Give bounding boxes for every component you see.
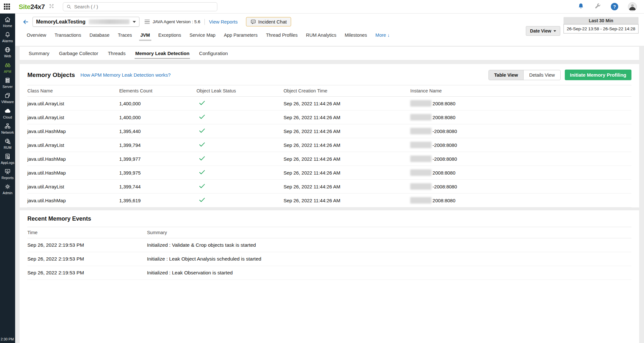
view-reports-link[interactable]: View Reports: [209, 19, 238, 24]
sidebar-item-applogs[interactable]: AppLogs: [0, 153, 15, 165]
monitor-header: MemoryLeakTesting JAVA Agent Version : 5…: [15, 14, 644, 46]
server-icon: [4, 77, 11, 84]
tab-more[interactable]: More ↓: [375, 33, 390, 38]
instance-name-cell: -2008:8080: [410, 142, 631, 148]
memory-leak-help-link[interactable]: How APM Memory Leak Detection works?: [80, 72, 171, 78]
redacted-instance-prefix: [410, 169, 431, 176]
memory-objects-card: Memory Objects How APM Memory Leak Detec…: [20, 64, 639, 207]
back-arrow-icon[interactable]: [22, 18, 29, 25]
subtab-memory-leak-detection[interactable]: Memory Leak Detection: [135, 51, 189, 56]
sidebar-item-label: Home: [3, 24, 12, 28]
column-header: Summary: [147, 230, 631, 235]
sidebar-item-label: Alarms: [2, 39, 13, 43]
sidebar-item-label: Network: [1, 130, 14, 134]
global-search[interactable]: [63, 2, 217, 11]
sidebar-item-home[interactable]: Home: [0, 16, 15, 28]
tab-overview[interactable]: Overview: [27, 33, 46, 38]
sidebar-item-label: VMware: [1, 100, 14, 104]
table-view-toggle[interactable]: Table View: [489, 70, 524, 80]
class-name-cell: java.util.HashMap: [27, 170, 119, 176]
elements-count-cell: 1,400,000: [119, 101, 196, 106]
wrench-icon[interactable]: [594, 3, 601, 11]
subtab-configuration[interactable]: Configuration: [199, 51, 228, 56]
logo-24x7: 24x7: [31, 3, 45, 10]
sidebar-item-alarms[interactable]: Alarms: [0, 31, 15, 43]
notifications-bell-icon[interactable]: [577, 3, 584, 11]
apps-grid-icon[interactable]: [4, 4, 10, 10]
subtab-threads[interactable]: Threads: [108, 51, 126, 56]
instance-name-cell: 2008:8080: [410, 169, 631, 176]
creation-time-cell: Sep 26, 2022 11:44:26 AM: [283, 170, 410, 176]
tab-exceptions[interactable]: Exceptions: [158, 33, 181, 38]
chat-icon: [251, 19, 256, 24]
tab-service-map[interactable]: Service Map: [190, 33, 216, 38]
creation-time-cell: Sep 26, 2022 11:44:26 AM: [283, 156, 410, 162]
sidebar-item-admin[interactable]: Admin: [0, 183, 15, 195]
monitor-select-dropdown[interactable]: MemoryLeakTesting: [33, 17, 139, 27]
sidebar-clock: 2:30 PM: [1, 337, 14, 341]
details-view-toggle[interactable]: Details View: [524, 70, 560, 80]
table-row[interactable]: java.util.ArrayList1,400,000Sep 26, 2022…: [27, 97, 631, 110]
table-row[interactable]: java.util.HashMap1,399,975Sep 26, 2022 1…: [27, 166, 631, 180]
event-row[interactable]: Sep 26, 2022 2:19:53 PMInitialize : Leak…: [27, 252, 631, 266]
instance-name-cell: -2008:8080: [410, 183, 631, 190]
search-icon: [66, 4, 71, 9]
sidebar-item-vmware[interactable]: VMware: [0, 92, 15, 104]
check-icon: [199, 115, 205, 120]
tab-database[interactable]: Database: [90, 33, 109, 38]
column-header: Elements Count: [119, 88, 196, 93]
sidebar-item-web[interactable]: Web: [0, 46, 15, 58]
tab-rum-analytics[interactable]: RUM Analytics: [306, 33, 336, 38]
home-icon: [4, 16, 11, 23]
tab-milestones[interactable]: Milestones: [345, 33, 367, 38]
tab-app-parameters[interactable]: App Parameters: [224, 33, 258, 38]
event-row[interactable]: Sep 26, 2022 2:19:53 PMInitialized : Val…: [27, 238, 631, 252]
time-range-field[interactable]: 26-Sep-22 13:58 - 26-Sep-22 14:28: [564, 24, 639, 33]
redacted-instance-prefix: [410, 183, 431, 190]
initiate-memory-profiling-button[interactable]: Initiate Memory Profiling: [565, 70, 631, 80]
monitor-name: MemoryLeakTesting: [36, 19, 86, 25]
leak-status-cell: [196, 100, 283, 106]
search-input[interactable]: [74, 4, 214, 9]
memory-objects-table-body: java.util.ArrayList1,400,000Sep 26, 2022…: [27, 97, 631, 207]
tab-transactions[interactable]: Transactions: [54, 33, 81, 38]
events-table-body: Sep 26, 2022 2:19:53 PMInitialized : Val…: [27, 238, 631, 280]
tab-traces[interactable]: Traces: [118, 33, 132, 38]
incident-chat-button[interactable]: Incident Chat: [246, 17, 291, 26]
sidebar-item-rum[interactable]: RUM: [0, 138, 15, 149]
elements-count-cell: 1,399,744: [119, 184, 196, 189]
sidebar-item-network[interactable]: Network: [0, 123, 15, 134]
expand-icon[interactable]: [49, 3, 54, 10]
sidebar-item-reports[interactable]: Reports: [0, 168, 15, 180]
event-row[interactable]: Sep 26, 2022 2:19:53 PMInitialized : Lea…: [27, 266, 631, 280]
sidebar-item-server[interactable]: Server: [0, 77, 15, 89]
creation-time-cell: Sep 26, 2022 11:44:26 AM: [283, 101, 410, 106]
subtab-garbage-collector[interactable]: Garbage Collector: [59, 51, 98, 56]
table-row[interactable]: java.util.ArrayList1,399,794Sep 26, 2022…: [27, 138, 631, 152]
tab-thread-profiles[interactable]: Thread Profiles: [266, 33, 298, 38]
table-row[interactable]: java.util.HashMap1,395,619Sep 26, 2022 1…: [27, 194, 631, 207]
subtab-summary[interactable]: Summary: [29, 51, 49, 56]
time-range-preset[interactable]: Last 30 Min: [564, 17, 639, 24]
elements-count-cell: 1,395,619: [119, 198, 196, 203]
sidebar-item-cloud[interactable]: Cloud: [0, 107, 15, 119]
date-view-label: Date View: [530, 28, 551, 33]
table-row[interactable]: java.util.ArrayList1,399,744Sep 26, 2022…: [27, 180, 631, 194]
check-icon: [199, 198, 205, 203]
sidebar-item-apm[interactable]: APM: [0, 62, 15, 73]
help-icon[interactable]: ?: [611, 3, 618, 10]
sidebar-item-label: Web: [4, 54, 11, 58]
chevron-down-icon: [554, 30, 556, 32]
table-row[interactable]: java.util.ArrayList1,400,000Sep 26, 2022…: [27, 110, 631, 124]
class-name-cell: java.util.ArrayList: [27, 142, 119, 148]
tab-jvm[interactable]: JVM: [140, 33, 150, 38]
user-avatar[interactable]: [628, 2, 637, 11]
monitor-menu-icon[interactable]: [145, 20, 150, 24]
date-view-button[interactable]: Date View: [526, 26, 560, 36]
cloud-icon: [4, 107, 11, 114]
leak-status-cell: [196, 128, 283, 134]
recent-memory-events-title: Recent Memory Events: [27, 210, 631, 222]
table-row[interactable]: java.util.HashMap1,399,977Sep 26, 2022 1…: [27, 152, 631, 166]
site24x7-logo[interactable]: Site24x7: [19, 3, 45, 11]
table-row[interactable]: java.util.HashMap1,395,440Sep 26, 2022 1…: [27, 124, 631, 138]
